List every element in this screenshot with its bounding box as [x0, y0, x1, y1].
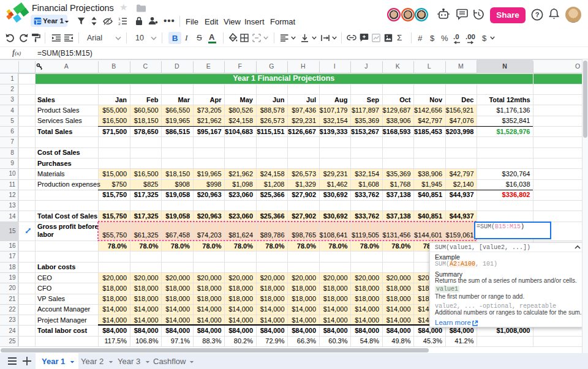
svg-text:?: ? — [535, 11, 540, 18]
svg-text:2: 2 — [118, 22, 121, 25]
svg-text:1: 1 — [118, 17, 121, 21]
